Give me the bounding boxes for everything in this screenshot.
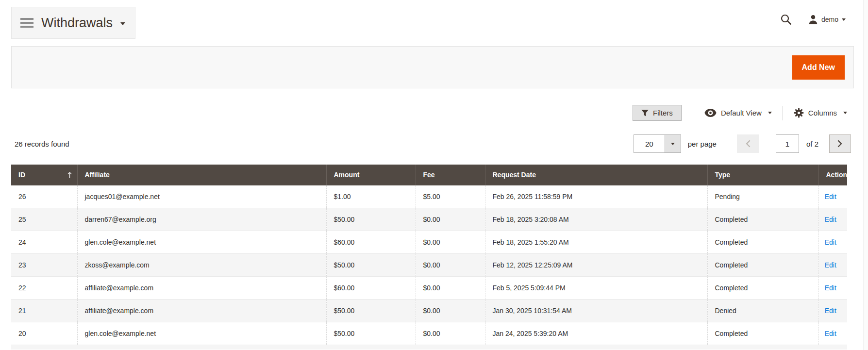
cell-action: Edit xyxy=(818,254,847,277)
page-title: Withdrawals xyxy=(41,16,113,31)
funnel-icon xyxy=(641,110,649,117)
user-menu[interactable]: demo xyxy=(808,15,846,24)
cell-id: 23 xyxy=(11,254,77,277)
cell-affiliate: glen.cole@example.net xyxy=(77,322,326,345)
cell-affiliate: glen.cole@example.net xyxy=(77,231,326,254)
cell-amount: $1.00 xyxy=(326,185,416,208)
cell-affiliate: darren67@example.org xyxy=(77,208,326,231)
filters-button[interactable]: Filters xyxy=(633,105,682,121)
column-header-amount[interactable]: Amount xyxy=(326,165,416,185)
controls-divider xyxy=(783,106,783,120)
cell-amount: $50.00 xyxy=(326,300,416,322)
cell-fee: $0.00 xyxy=(416,277,485,300)
column-header-request-date[interactable]: Request Date xyxy=(485,165,707,185)
view-selector[interactable]: Default View xyxy=(704,109,772,117)
cell-request-date: Feb 18, 2025 1:55:20 AM xyxy=(485,231,707,254)
column-header-type[interactable]: Type xyxy=(707,165,818,185)
cell-action: Edit xyxy=(818,231,847,254)
cell-action: Edit xyxy=(818,185,847,208)
cell-fee: $0.00 xyxy=(416,300,485,322)
edit-link[interactable]: Edit xyxy=(825,284,836,292)
edit-link[interactable]: Edit xyxy=(825,330,836,337)
chevron-left-icon xyxy=(745,140,751,148)
cell-action: Edit xyxy=(818,208,847,231)
edit-link[interactable]: Edit xyxy=(825,238,836,246)
cell-id: 24 xyxy=(11,231,77,254)
column-header-id-label: ID xyxy=(18,171,25,179)
user-icon xyxy=(808,15,818,24)
previous-page-button[interactable] xyxy=(737,134,759,153)
cell-type: Pending xyxy=(707,185,818,208)
cell-fee: $0.00 xyxy=(416,208,485,231)
cell-affiliate: zkoss@example.com xyxy=(77,254,326,277)
cell-amount: $50.00 xyxy=(326,208,416,231)
page-size-caret-button[interactable] xyxy=(665,135,681,152)
cell-amount: $60.00 xyxy=(326,231,416,254)
cell-id: 22 xyxy=(11,277,77,300)
cell-type: Denied xyxy=(707,300,818,322)
columns-caret-down-icon xyxy=(843,112,847,114)
user-caret-down-icon xyxy=(842,18,846,21)
cell-request-date: Feb 12, 2025 12:25:09 AM xyxy=(485,254,707,277)
vertical-scrollbar[interactable] xyxy=(863,0,868,350)
cell-request-date: Feb 18, 2025 3:20:08 AM xyxy=(485,208,707,231)
page-title-menu[interactable]: Withdrawals xyxy=(11,7,135,39)
eye-icon xyxy=(704,109,717,117)
cell-affiliate: affiliate@example.com xyxy=(77,300,326,322)
column-header-action[interactable]: Action xyxy=(818,165,847,185)
edit-link[interactable]: Edit xyxy=(825,216,836,223)
cell-amount: $50.00 xyxy=(326,322,416,345)
page-actions-band: Add New xyxy=(11,46,854,88)
next-page-button[interactable] xyxy=(829,134,851,153)
column-header-id[interactable]: ID xyxy=(11,165,77,185)
top-header: Withdrawals demo xyxy=(0,0,868,46)
column-header-affiliate[interactable]: Affiliate xyxy=(77,165,326,185)
withdrawals-table: ID Affiliate Amount Fee Request Date Typ… xyxy=(11,165,847,345)
cell-action: Edit xyxy=(818,277,847,300)
cell-type: Completed xyxy=(707,231,818,254)
cell-fee: $0.00 xyxy=(416,231,485,254)
table-header-row: ID Affiliate Amount Fee Request Date Typ… xyxy=(11,165,847,185)
cell-type: Completed xyxy=(707,322,818,345)
cell-id: 25 xyxy=(11,208,77,231)
edit-link[interactable]: Edit xyxy=(825,193,836,200)
table-row: 21 affiliate@example.com $50.00 $0.00 Ja… xyxy=(11,300,847,322)
column-header-fee[interactable]: Fee xyxy=(416,165,485,185)
cell-fee: $5.00 xyxy=(416,185,485,208)
per-page-label: per page xyxy=(688,140,717,148)
edit-link[interactable]: Edit xyxy=(825,307,836,315)
edit-link[interactable]: Edit xyxy=(825,261,836,269)
cell-type: Completed xyxy=(707,254,818,277)
records-bar: 26 records found 20 per page of 2 xyxy=(15,134,851,153)
page-number-input[interactable] xyxy=(776,134,799,153)
cell-type: Completed xyxy=(707,277,818,300)
cell-request-date: Jan 30, 2025 10:31:54 AM xyxy=(485,300,707,322)
table-row: 24 glen.cole@example.net $60.00 $0.00 Fe… xyxy=(11,231,847,254)
partial-next-row xyxy=(11,345,847,350)
page-size-value: 20 xyxy=(634,135,665,152)
filters-label: Filters xyxy=(653,109,673,117)
table-row: 25 darren67@example.org $50.00 $0.00 Feb… xyxy=(11,208,847,231)
pager: 20 per page of 2 xyxy=(634,134,851,153)
cell-request-date: Feb 5, 2025 5:09:44 PM xyxy=(485,277,707,300)
view-label: Default View xyxy=(721,109,762,117)
view-caret-down-icon xyxy=(768,112,772,114)
cell-id: 26 xyxy=(11,185,77,208)
user-name: demo xyxy=(821,16,838,23)
page-size-caret-down-icon xyxy=(671,143,675,145)
grid-controls: Filters Default View Columns xyxy=(11,105,847,121)
search-button[interactable] xyxy=(779,13,793,26)
cell-type: Completed xyxy=(707,208,818,231)
add-new-button[interactable]: Add New xyxy=(792,55,845,80)
search-icon xyxy=(780,14,792,25)
cell-action: Edit xyxy=(818,322,847,345)
table-row: 26 jacques01@example.net $1.00 $5.00 Feb… xyxy=(11,185,847,208)
columns-selector[interactable]: Columns xyxy=(794,108,847,118)
cell-affiliate: jacques01@example.net xyxy=(77,185,326,208)
page-size-select[interactable]: 20 xyxy=(634,134,681,153)
title-caret-down-icon xyxy=(120,22,125,25)
total-pages-label: of 2 xyxy=(806,140,818,148)
hamburger-icon xyxy=(20,18,33,28)
records-count: 26 records found xyxy=(15,140,69,148)
cell-request-date: Jan 24, 2025 5:39:20 AM xyxy=(485,322,707,345)
